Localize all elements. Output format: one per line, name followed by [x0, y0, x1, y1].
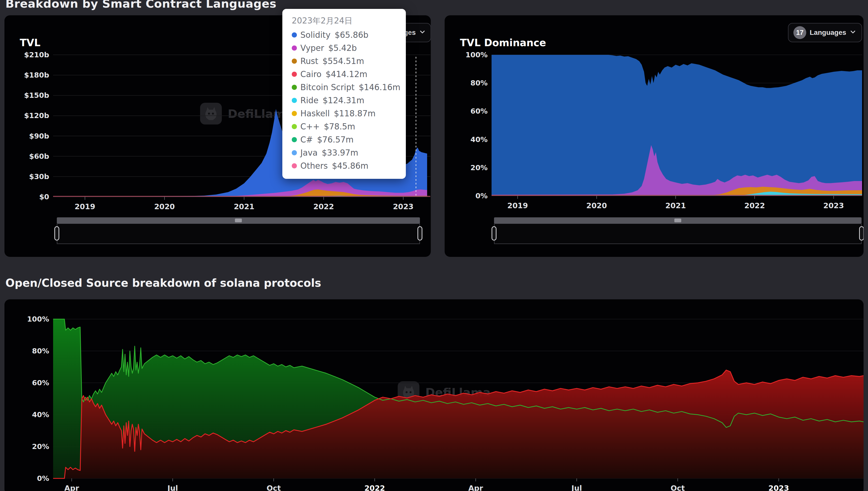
tooltip-series-value: $146.16m	[359, 83, 400, 92]
tooltip-row: Rust$554.51m	[292, 55, 403, 68]
tooltip-series-name: Vyper	[300, 43, 324, 53]
tooltip-series-name: Ride	[300, 95, 318, 105]
x-axis-label: 2020	[154, 202, 175, 211]
tvl-dominance-card: TVL Dominance 17 Languages DefiLlama 100…	[444, 15, 864, 257]
tooltip-series-name: Bitcoin Script	[300, 83, 354, 92]
x-axis-label: Oct	[671, 484, 685, 491]
tvl-dominance-card-title: TVL Dominance	[460, 37, 546, 49]
y-axis-label: $210b	[7, 51, 49, 59]
x-axis-label: Jul	[168, 484, 178, 491]
tooltip-row: Others$45.86m	[292, 159, 403, 172]
y-axis-label: 40%	[7, 410, 49, 419]
tooltip-row: Solidity$65.86b	[292, 28, 403, 41]
series-color-dot-icon	[292, 137, 297, 142]
slider-move-handle[interactable]	[57, 218, 420, 224]
tooltip-row: Java$33.97m	[292, 146, 403, 159]
tooltip-series-value: $78.5m	[324, 122, 355, 132]
open-closed-card: DefiLlama 100%80%60%40%20%0%AprJulOct202…	[4, 299, 864, 491]
x-axis-label: Jul	[571, 484, 582, 491]
series-color-dot-icon	[292, 163, 297, 168]
tooltip-series-value: $5.42b	[328, 43, 357, 53]
tooltip-date: 2023年2月24日	[292, 15, 403, 26]
x-axis-label: 2020	[586, 201, 607, 210]
tooltip-series-name: C++	[300, 122, 320, 132]
tooltip-series-name: C#	[300, 135, 313, 144]
slider-window[interactable]	[494, 224, 862, 244]
y-axis-label: $30b	[7, 172, 49, 181]
x-axis-label: 2023	[393, 202, 414, 211]
tooltip-series-value: $118.87m	[334, 109, 376, 118]
y-axis-label: $150b	[7, 91, 49, 99]
page-title: Breakdown by Smart Contract Languages	[5, 0, 277, 10]
series-color-dot-icon	[292, 71, 297, 77]
y-axis-label: 20%	[7, 442, 49, 451]
languages-count-badge: 17	[793, 26, 806, 39]
tooltip-series-value: $76.57m	[317, 135, 354, 144]
series-color-dot-icon	[292, 59, 297, 64]
slider-move-handle[interactable]	[494, 218, 862, 224]
x-axis-label: 2023	[823, 201, 844, 210]
tooltip-series-value: $414.12m	[325, 69, 367, 79]
dominance-zoom-slider[interactable]	[494, 218, 862, 245]
tooltip-series-name: Rust	[300, 56, 318, 66]
dominance-languages-dropdown[interactable]: 17 Languages	[788, 23, 862, 42]
x-axis-label: 2022	[744, 201, 765, 210]
series-color-dot-icon	[292, 124, 297, 129]
tooltip-series-value: $45.86m	[332, 161, 369, 171]
y-axis-label: 60%	[445, 107, 488, 115]
x-axis-label: 2021	[234, 202, 254, 211]
tooltip-row: C#$76.57m	[292, 133, 403, 146]
series-color-dot-icon	[292, 98, 297, 103]
x-axis-label: Apr	[468, 484, 483, 491]
y-axis-label: 60%	[7, 379, 49, 387]
x-axis-label: Apr	[64, 484, 79, 491]
tooltip-row: Cairo$414.12m	[292, 68, 403, 81]
y-axis-label: $90b	[7, 132, 49, 140]
slider-right-handle[interactable]	[417, 226, 423, 240]
tooltip-series-name: Solidity	[300, 30, 330, 40]
x-axis-label: 2022	[314, 202, 334, 211]
y-axis-label: 100%	[445, 51, 488, 59]
dominance-languages-dropdown-label: Languages	[810, 29, 846, 36]
chevron-down-icon	[419, 29, 426, 37]
tvl-dominance-chart[interactable]: 100%80%60%40%20%0%20192020202120222023	[492, 55, 862, 196]
series-color-dot-icon	[292, 32, 297, 37]
tooltip-series-name: Java	[300, 148, 318, 157]
y-axis-label: $60b	[7, 152, 49, 161]
y-axis-label: 20%	[445, 164, 488, 172]
x-axis-label: 2021	[665, 201, 686, 210]
tooltip-series-value: $65.86b	[335, 30, 368, 40]
y-axis-label: $120b	[7, 111, 49, 120]
slider-left-handle[interactable]	[492, 226, 496, 240]
slider-window[interactable]	[57, 224, 420, 244]
slider-left-handle[interactable]	[54, 226, 59, 240]
y-axis-label: $0	[7, 193, 49, 201]
chart-tooltip: 2023年2月24日 Solidity$65.86bVyper$5.42bRus…	[282, 9, 406, 179]
y-axis-label: $180b	[7, 71, 49, 79]
tooltip-series-value: $124.31m	[323, 95, 364, 105]
x-axis-label: 2023	[769, 484, 789, 491]
open-closed-chart[interactable]: 100%80%60%40%20%0%AprJulOct2022AprJulOct…	[53, 319, 864, 479]
tooltip-row: Ride$124.31m	[292, 94, 403, 107]
tvl-zoom-slider[interactable]	[57, 218, 420, 245]
tooltip-row: Haskell$118.87m	[292, 107, 403, 120]
y-axis-label: 100%	[7, 315, 49, 323]
open-closed-section-title: Open/Closed Source breakdown of solana p…	[5, 277, 321, 289]
open-closed-source-breakdown-of-solana-protocols-svg	[53, 319, 864, 482]
tooltip-series-value: $33.97m	[322, 148, 358, 157]
y-axis-label: 80%	[445, 79, 488, 87]
tvl-dominance-svg	[492, 55, 862, 199]
tooltip-row: C++$78.5m	[292, 120, 403, 133]
x-axis-label: 2019	[508, 201, 528, 210]
tooltip-row: Bitcoin Script$146.16m	[292, 81, 403, 94]
tooltip-row: Vyper$5.42b	[292, 41, 403, 55]
series-color-dot-icon	[292, 85, 297, 90]
tooltip-series-name: Haskell	[300, 109, 330, 118]
y-axis-label: 80%	[7, 347, 49, 355]
slider-right-handle[interactable]	[859, 226, 864, 240]
series-color-dot-icon	[292, 111, 297, 116]
x-axis-label: 2019	[75, 202, 95, 211]
x-axis-label: 2022	[364, 484, 385, 491]
series-color-dot-icon	[292, 150, 297, 155]
tooltip-series-name: Others	[300, 161, 328, 171]
